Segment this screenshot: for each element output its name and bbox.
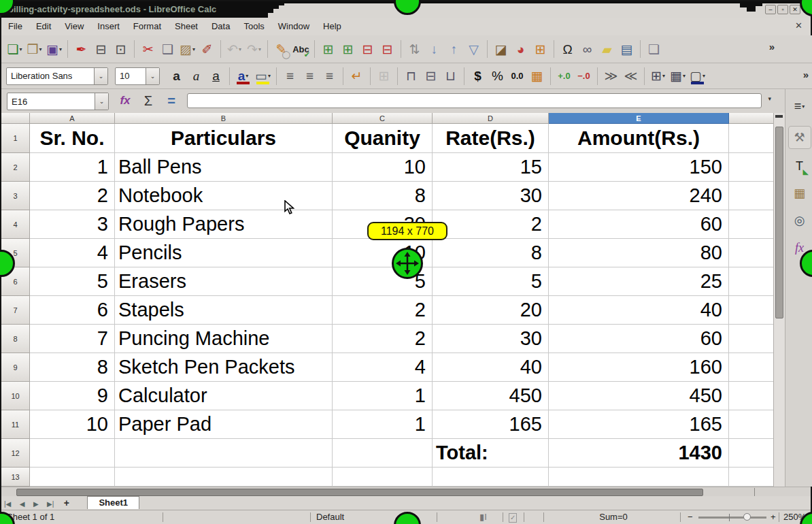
name-box[interactable]: E16 ⌄ <box>7 93 109 110</box>
cell-D5[interactable]: 8 <box>433 239 549 267</box>
cell-E12[interactable]: 1430 <box>549 439 729 468</box>
cell-A3[interactable]: 2 <box>30 182 115 210</box>
chevron-down-icon[interactable]: ▾ <box>258 46 261 52</box>
cell-B7[interactable]: Stapels <box>115 296 333 325</box>
insert-pivot-table-icon[interactable]: ⊞ <box>530 39 550 59</box>
cell-A6[interactable]: 5 <box>30 267 115 296</box>
column-header-a[interactable]: A <box>30 113 115 124</box>
close-button[interactable]: ✕ <box>790 5 800 14</box>
format-percent-icon[interactable]: % <box>488 66 507 86</box>
cell-B13[interactable] <box>115 468 333 487</box>
open-icon[interactable]: ❒▾ <box>24 39 44 59</box>
page-style[interactable]: Default <box>316 510 344 524</box>
cell-A2[interactable]: 1 <box>30 153 115 182</box>
cell-D11[interactable]: 165 <box>433 410 549 439</box>
previous-sheet-icon[interactable]: ◀ <box>17 497 28 511</box>
formula-input[interactable] <box>187 93 762 108</box>
border-style-icon[interactable]: ▦▾ <box>668 66 688 86</box>
functions-icon[interactable]: fx <box>790 238 809 258</box>
navigator-icon[interactable]: ◎ <box>790 210 809 231</box>
insert-chart-icon[interactable]: ◕ <box>511 39 530 59</box>
row-header-2[interactable]: 2 <box>1 153 30 182</box>
font-size-combobox[interactable]: 10 ⌄ <box>115 67 160 85</box>
chevron-down-icon[interactable]: ▾ <box>246 73 248 79</box>
zoom-in-icon[interactable]: + <box>771 510 776 524</box>
chevron-down-icon[interactable]: ⌄ <box>95 93 108 110</box>
first-sheet-icon[interactable]: |◀ <box>1 497 14 511</box>
print-icon[interactable]: ⊟ <box>91 39 111 59</box>
menu-item-edit[interactable]: Edit <box>29 18 58 35</box>
cell-A13[interactable] <box>30 468 115 487</box>
cell-filler-4[interactable] <box>729 210 773 239</box>
chevron-down-icon[interactable]: ▾ <box>662 73 665 79</box>
export-pdf-icon[interactable]: ✒ <box>71 39 91 59</box>
cell-A11[interactable]: 10 <box>30 410 115 439</box>
print-preview-icon[interactable]: ⊡ <box>111 39 131 59</box>
cell-D2[interactable]: 15 <box>433 153 549 182</box>
menu-item-tools[interactable]: Tools <box>237 18 271 35</box>
chevron-down-icon[interactable]: ▾ <box>59 46 62 52</box>
cell-C11[interactable]: 1 <box>333 410 433 439</box>
menu-item-window[interactable]: Window <box>271 18 316 35</box>
sort-icon[interactable]: ⇅ <box>405 39 424 59</box>
autofilter-icon[interactable]: ▽ <box>464 39 484 59</box>
align-bottom-icon[interactable]: ⊔ <box>441 66 460 86</box>
cell-D4[interactable]: 2 <box>433 210 549 239</box>
format-currency-icon[interactable]: $ <box>468 66 488 86</box>
cell-C7[interactable]: 2 <box>333 296 433 325</box>
cell-A1[interactable]: Sr. No. <box>30 124 115 153</box>
spelling-icon[interactable]: Abc✔ <box>291 39 311 59</box>
align-right-icon[interactable]: ≡ <box>320 66 339 86</box>
vertical-scrollbar[interactable] <box>773 113 785 487</box>
cell-filler-8[interactable] <box>729 325 773 353</box>
font-color-icon[interactable]: a▾ <box>233 66 253 86</box>
cell-A9[interactable]: 8 <box>30 353 115 382</box>
merge-cells-icon[interactable]: ⊞ <box>374 66 394 86</box>
row-header-5[interactable]: 5 <box>1 239 30 267</box>
cell-C8[interactable]: 2 <box>333 325 433 353</box>
cell-B2[interactable]: Ball Pens <box>115 153 333 182</box>
bold-icon[interactable]: a <box>167 66 186 86</box>
cell-A5[interactable]: 4 <box>30 239 115 267</box>
cell-B5[interactable]: Pencils <box>115 239 333 267</box>
chevron-down-icon[interactable]: ▾ <box>39 46 42 52</box>
cell-filler-12[interactable] <box>729 439 773 468</box>
clone-formatting-icon[interactable]: ✐ <box>197 39 217 59</box>
cell-C9[interactable]: 4 <box>333 353 433 382</box>
define-print-area-icon[interactable]: ❏ <box>644 39 664 59</box>
horizontal-scrollbar-thumb[interactable] <box>16 489 703 496</box>
cell-filler-7[interactable] <box>729 296 773 325</box>
split-window-handle[interactable] <box>775 115 783 118</box>
column-header-e[interactable]: E <box>549 113 729 124</box>
column-header-b[interactable]: B <box>115 113 333 124</box>
borders-icon[interactable]: ⊞▾ <box>648 66 668 86</box>
toolbar-overflow-icon[interactable]: » <box>803 69 809 80</box>
redo-icon[interactable]: ↷▾ <box>244 39 264 59</box>
cut-icon[interactable]: ✂ <box>138 39 158 59</box>
cell-E9[interactable]: 160 <box>549 353 729 382</box>
cell-A7[interactable]: 6 <box>30 296 115 325</box>
font-name-combobox[interactable]: Liberation Sans ⌄ <box>6 67 108 85</box>
column-header-c[interactable]: C <box>333 113 433 124</box>
save-icon[interactable]: ▣▾ <box>44 39 64 59</box>
insert-image-icon[interactable]: ◪ <box>491 39 511 59</box>
vertical-scrollbar-thumb[interactable] <box>775 127 783 318</box>
italic-icon[interactable]: a <box>186 66 206 86</box>
menu-item-insert[interactable]: Insert <box>90 18 126 35</box>
zoom-slider-thumb[interactable] <box>743 513 751 521</box>
cell-filler-5[interactable] <box>729 239 773 267</box>
add-sheet-button[interactable]: + <box>60 496 73 510</box>
cell-D1[interactable]: Rate(Rs.) <box>433 124 549 153</box>
menu-item-help[interactable]: Help <box>316 18 348 35</box>
minimize-button[interactable]: – <box>765 5 776 14</box>
cell-A10[interactable]: 9 <box>30 382 115 410</box>
selection-mode-icon[interactable]: ▮Ι <box>479 510 487 524</box>
row-header-1[interactable]: 1 <box>1 124 30 153</box>
row-header-11[interactable]: 11 <box>1 410 30 439</box>
tab-sheet1[interactable]: Sheet1 <box>87 496 139 509</box>
cell-filler-10[interactable] <box>729 382 773 410</box>
row-header-4[interactable]: 4 <box>1 210 30 239</box>
cell-C10[interactable]: 1 <box>333 382 433 410</box>
toolbar-overflow-icon[interactable]: » <box>769 41 775 52</box>
sidebar-settings-icon[interactable]: ≡▾ <box>790 96 809 116</box>
